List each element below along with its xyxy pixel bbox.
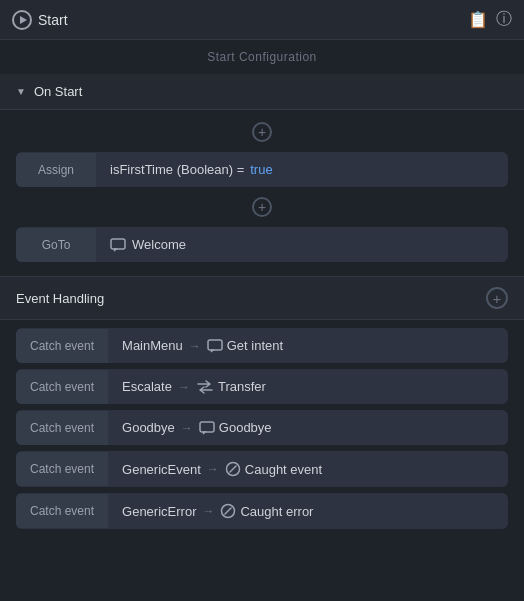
catch-action-3: Goodbye [219, 420, 272, 435]
actions-area: + Assign isFirstTime (Boolean) = true + … [0, 110, 524, 276]
msg-icon-3 [199, 421, 215, 435]
on-start-section: ▼ On Start [0, 74, 524, 110]
arrow-5: → [202, 504, 214, 518]
catch-label-3: Catch event [16, 411, 108, 445]
catch-content-5: GenericError → Caught error [108, 493, 508, 529]
catch-row-escalate: Catch event Escalate → Transfer [16, 369, 508, 404]
chevron-down-icon: ▼ [16, 86, 26, 97]
catch-event-name-4: GenericEvent [122, 462, 201, 477]
svg-rect-0 [111, 239, 125, 249]
catch-content-3: Goodbye → Goodbye [108, 410, 508, 445]
catch-label-1: Catch event [16, 329, 108, 363]
catch-content-2: Escalate → Transfer [108, 369, 508, 404]
catch-content-4: GenericEvent → Caught event [108, 451, 508, 487]
event-icon-4 [225, 461, 241, 477]
config-title: Start Configuration [207, 50, 317, 64]
catch-label-4: Catch event [16, 452, 108, 486]
catch-label-5: Catch event [16, 494, 108, 528]
catch-row-goodbye: Catch event Goodbye → Goodbye [16, 410, 508, 445]
catch-action-5: Caught error [240, 504, 313, 519]
plus-circle-top: + [252, 122, 272, 142]
assign-row: Assign isFirstTime (Boolean) = true [16, 152, 508, 187]
svg-rect-1 [208, 340, 222, 350]
doc-icon[interactable]: 📋 [468, 10, 488, 29]
catch-action-1: Get intent [227, 338, 283, 353]
on-start-label: On Start [34, 84, 82, 99]
catch-row-genericerror: Catch event GenericError → Caught error [16, 493, 508, 529]
goto-content: Welcome [96, 227, 508, 262]
svg-rect-2 [200, 422, 214, 432]
message-bubble-icon [110, 238, 126, 252]
node-title: Start [38, 12, 68, 28]
arrow-3: → [181, 421, 193, 435]
arrow-4: → [207, 462, 219, 476]
assign-expression: isFirstTime (Boolean) = [110, 162, 244, 177]
catch-event-name-1: MainMenu [122, 338, 183, 353]
assign-content: isFirstTime (Boolean) = true [96, 152, 508, 187]
catch-label-2: Catch event [16, 370, 108, 404]
chat-icon-1 [207, 339, 223, 353]
catch-row-genericevent: Catch event GenericEvent → Caught event [16, 451, 508, 487]
transfer-icon-2 [196, 380, 214, 394]
start-icon [12, 10, 32, 30]
arrow-2: → [178, 380, 190, 394]
play-triangle [20, 16, 27, 24]
catch-row-mainmenu: Catch event MainMenu → Get intent [16, 328, 508, 363]
catch-event-name-3: Goodbye [122, 420, 175, 435]
assign-label: Assign [16, 153, 96, 187]
assign-value: true [250, 162, 272, 177]
event-handling-title: Event Handling [16, 291, 104, 306]
top-bar: Start 📋 ⓘ [0, 0, 524, 40]
add-action-middle-button[interactable]: + [16, 193, 508, 221]
top-bar-title-area: Start [12, 10, 68, 30]
event-handling-header: Event Handling + [0, 276, 524, 320]
goto-destination: Welcome [132, 237, 186, 252]
arrow-1: → [189, 339, 201, 353]
event-handling-section: Event Handling + Catch event MainMenu → … [0, 276, 524, 537]
catch-events-list: Catch event MainMenu → Get intent Catch … [0, 320, 524, 537]
add-event-button[interactable]: + [486, 287, 508, 309]
plus-circle-middle: + [252, 197, 272, 217]
info-icon[interactable]: ⓘ [496, 9, 512, 30]
top-bar-actions: 📋 ⓘ [468, 9, 512, 30]
catch-action-2: Transfer [218, 379, 266, 394]
add-action-top-button[interactable]: + [16, 118, 508, 146]
goto-label: GoTo [16, 228, 96, 262]
goto-row: GoTo Welcome [16, 227, 508, 262]
catch-event-name-2: Escalate [122, 379, 172, 394]
event-icon-5 [220, 503, 236, 519]
catch-event-name-5: GenericError [122, 504, 196, 519]
catch-content-1: MainMenu → Get intent [108, 328, 508, 363]
catch-action-4: Caught event [245, 462, 322, 477]
config-header: Start Configuration [0, 40, 524, 74]
on-start-header[interactable]: ▼ On Start [0, 74, 524, 109]
